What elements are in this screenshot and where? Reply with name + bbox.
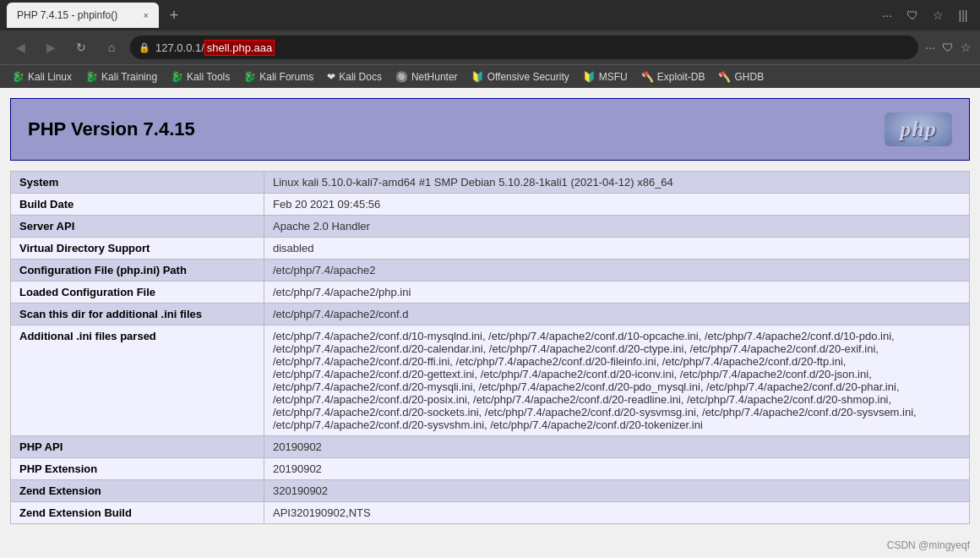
table-cell-value: /etc/php/7.4/apache2/conf.d/10-mysqlnd.i… xyxy=(264,326,970,436)
table-cell-value: /etc/php/7.4/apache2/php.ini xyxy=(264,282,970,304)
table-cell-label: Additional .ini files parsed xyxy=(11,326,264,436)
bookmarks-bar: 🐉 Kali Linux 🐉 Kali Training 🐉 Kali Tool… xyxy=(0,64,980,88)
bookmark-kali-linux-label: Kali Linux xyxy=(28,71,72,83)
kali-tools-icon: 🐉 xyxy=(171,71,183,83)
tab-close-button[interactable]: × xyxy=(144,10,149,20)
phpinfo-page: PHP Version 7.4.15 php SystemLinux kali … xyxy=(0,98,980,524)
url-base: 127.0.0.1/ xyxy=(155,41,204,54)
back-button[interactable]: ◀ xyxy=(8,36,32,59)
table-cell-label: Virtual Directory Support xyxy=(11,238,264,260)
table-row: Additional .ini files parsed/etc/php/7.4… xyxy=(11,326,970,436)
table-row: Build DateFeb 20 2021 09:45:56 xyxy=(11,194,970,216)
bookmark-nethunter[interactable]: 🔘 NetHunter xyxy=(390,69,463,85)
forward-button[interactable]: ▶ xyxy=(39,36,63,59)
address-right-icons: ··· 🛡 ☆ xyxy=(925,41,972,54)
tab-title: PHP 7.4.15 - phpinfo() xyxy=(17,9,117,21)
bookmark-ghdb[interactable]: 🪓 GHDB xyxy=(713,69,769,85)
extensions-icon[interactable]: ··· xyxy=(925,41,935,54)
bookmark-exploit-db-label: Exploit-DB xyxy=(657,71,705,83)
bookmark-kali-docs[interactable]: ❤ Kali Docs xyxy=(322,69,387,85)
shield-verify-icon[interactable]: 🛡 xyxy=(942,41,954,54)
bookmark-kali-forums-label: Kali Forums xyxy=(259,71,313,83)
table-row: Loaded Configuration File/etc/php/7.4/ap… xyxy=(11,282,970,304)
table-row: Configuration File (php.ini) Path/etc/ph… xyxy=(11,260,970,282)
bookmark-kali-linux[interactable]: 🐉 Kali Linux xyxy=(7,69,77,85)
url-text: 127.0.0.1/shell.php.aaa xyxy=(155,41,910,54)
table-row: Virtual Directory Supportdisabled xyxy=(11,238,970,260)
php-logo: php xyxy=(885,112,952,146)
table-cell-value: /etc/php/7.4/apache2/conf.d xyxy=(264,304,970,326)
nethunter-icon: 🔘 xyxy=(395,71,408,83)
bookmark-kali-tools-label: Kali Tools xyxy=(187,71,230,83)
table-row: SystemLinux kali 5.10.0-kali7-amd64 #1 S… xyxy=(11,172,970,194)
kali-forums-icon: 🐉 xyxy=(243,71,256,83)
table-cell-label: Zend Extension Build xyxy=(11,502,264,524)
home-button[interactable]: ⌂ xyxy=(100,36,123,59)
php-header: PHP Version 7.4.15 php xyxy=(10,98,970,161)
table-row: Zend Extension320190902 xyxy=(11,480,970,502)
bookmark-kali-forums[interactable]: 🐉 Kali Forums xyxy=(238,69,318,85)
table-cell-label: Configuration File (php.ini) Path xyxy=(11,260,264,282)
table-cell-value: Linux kali 5.10.0-kali7-amd64 #1 SMP Deb… xyxy=(264,172,970,194)
table-row: Scan this dir for additional .ini files/… xyxy=(11,304,970,326)
kali-training-icon: 🐉 xyxy=(85,71,98,83)
shield-icon[interactable]: 🛡 xyxy=(902,8,923,22)
table-cell-value: Feb 20 2021 09:45:56 xyxy=(264,194,970,216)
url-bar[interactable]: 🔒 127.0.0.1/shell.php.aaa xyxy=(130,36,918,59)
browser-extra-controls: ··· 🛡 ☆ ||| xyxy=(877,8,973,22)
active-tab[interactable]: PHP 7.4.15 - phpinfo() × xyxy=(7,3,159,28)
sidebar-toggle-icon[interactable]: ||| xyxy=(953,8,973,22)
table-row: Server APIApache 2.0 Handler xyxy=(11,216,970,238)
table-cell-label: Server API xyxy=(11,216,264,238)
bookmark-nethunter-label: NetHunter xyxy=(411,71,458,83)
tab-bar: PHP 7.4.15 - phpinfo() × + ··· 🛡 ☆ ||| xyxy=(0,0,980,30)
php-version-title: PHP Version 7.4.15 xyxy=(28,118,195,140)
table-row: Zend Extension BuildAPI320190902,NTS xyxy=(11,502,970,524)
menu-icon[interactable]: ··· xyxy=(877,8,897,22)
bookmark-kali-tools[interactable]: 🐉 Kali Tools xyxy=(166,69,235,85)
table-cell-label: Zend Extension xyxy=(11,480,264,502)
table-cell-value: 20190902 xyxy=(264,436,970,458)
bookmark-ghdb-label: GHDB xyxy=(734,71,764,83)
info-table: SystemLinux kali 5.10.0-kali7-amd64 #1 S… xyxy=(10,171,970,524)
exploit-db-icon: 🪓 xyxy=(641,71,654,83)
bookmark-kali-training[interactable]: 🐉 Kali Training xyxy=(80,69,162,85)
table-cell-label: Build Date xyxy=(11,194,264,216)
new-tab-button[interactable]: + xyxy=(162,3,186,27)
bookmark-msfu-label: MSFU xyxy=(599,71,628,83)
table-cell-label: Scan this dir for additional .ini files xyxy=(11,304,264,326)
table-cell-value: API320190902,NTS xyxy=(264,502,970,524)
kali-linux-icon: 🐉 xyxy=(12,71,24,83)
table-cell-label: PHP API xyxy=(11,436,264,458)
bookmark-offensive-security[interactable]: 🔰 Offensive Security xyxy=(466,69,574,85)
table-cell-label: PHP Extension xyxy=(11,458,264,480)
bookmark-star-icon[interactable]: ☆ xyxy=(928,8,948,22)
bookmark-kali-training-label: Kali Training xyxy=(101,71,157,83)
info-table-wrap: SystemLinux kali 5.10.0-kali7-amd64 #1 S… xyxy=(10,171,970,524)
table-cell-label: Loaded Configuration File xyxy=(11,282,264,304)
msfu-icon: 🔰 xyxy=(583,71,596,83)
address-bar: ◀ ▶ ↻ ⌂ 🔒 127.0.0.1/shell.php.aaa ··· 🛡 … xyxy=(0,30,980,64)
security-lock-icon: 🔒 xyxy=(139,42,150,53)
browser-chrome: PHP 7.4.15 - phpinfo() × + ··· 🛡 ☆ ||| ◀… xyxy=(0,0,980,88)
table-cell-value: 320190902 xyxy=(264,480,970,502)
table-row: PHP Extension20190902 xyxy=(11,458,970,480)
bookmark-msfu[interactable]: 🔰 MSFU xyxy=(578,69,633,85)
table-cell-value: disabled xyxy=(264,238,970,260)
url-path: shell.php.aaa xyxy=(204,40,275,56)
php-logo-text: php xyxy=(900,117,936,142)
bookmark-exploit-db[interactable]: 🪓 Exploit-DB xyxy=(636,69,710,85)
watermark: CSDN @mingyeqf xyxy=(887,539,970,551)
page-content: PHP Version 7.4.15 php SystemLinux kali … xyxy=(0,88,980,558)
table-cell-value: 20190902 xyxy=(264,458,970,480)
table-cell-label: System xyxy=(11,172,264,194)
table-cell-value: Apache 2.0 Handler xyxy=(264,216,970,238)
reload-button[interactable]: ↻ xyxy=(69,36,93,59)
bookmark-offensive-security-label: Offensive Security xyxy=(487,71,569,83)
favorite-star-icon[interactable]: ☆ xyxy=(961,41,972,54)
table-cell-value: /etc/php/7.4/apache2 xyxy=(264,260,970,282)
ghdb-icon: 🪓 xyxy=(718,71,731,83)
offensive-security-icon: 🔰 xyxy=(471,71,484,83)
table-row: PHP API20190902 xyxy=(11,436,970,458)
bookmark-kali-docs-label: Kali Docs xyxy=(339,71,382,83)
